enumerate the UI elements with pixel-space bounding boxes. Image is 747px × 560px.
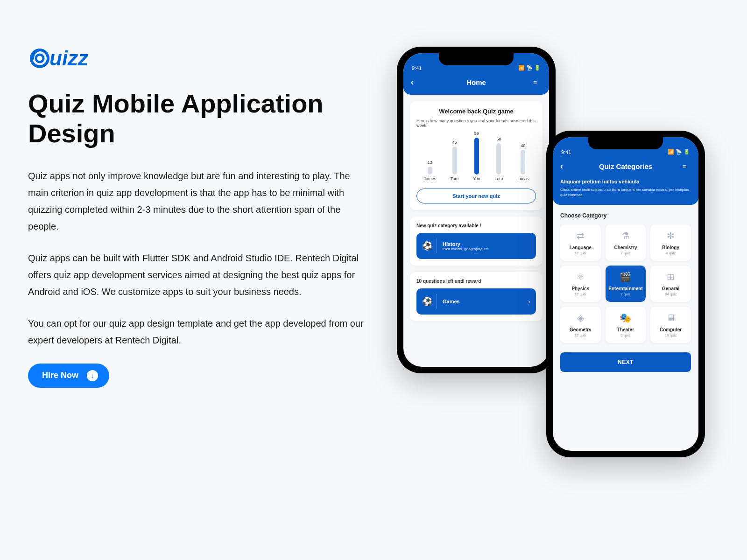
bar-label: Tom bbox=[451, 176, 458, 181]
category-icon: 🎬 bbox=[608, 271, 643, 282]
status-icons: 📶 📡 🔋 bbox=[518, 65, 541, 71]
category-icon: ⊞ bbox=[653, 271, 688, 282]
questions-bar-chart: 13 James 45 Tom 59 You 50 Lora 40 Lucas bbox=[416, 134, 536, 181]
category-icon: 🎭 bbox=[608, 312, 643, 323]
bar bbox=[474, 138, 479, 175]
status-icons: 📶 📡 🔋 bbox=[668, 149, 690, 155]
bar-value: 13 bbox=[428, 160, 432, 165]
back-icon[interactable]: ‹ bbox=[560, 161, 569, 171]
logo-text: uizz bbox=[49, 47, 88, 70]
arrow-down-icon: ↓ bbox=[87, 370, 98, 381]
app-header: ‹ Quiz Categories ≡ bbox=[553, 156, 698, 179]
category-icon: ⚗ bbox=[608, 230, 643, 241]
logo: uizz bbox=[28, 47, 364, 70]
history-title: History bbox=[443, 241, 489, 247]
header-description: Aliquam pretium luctus vehicula Class ap… bbox=[553, 179, 698, 205]
soccer-icon: ⚽ bbox=[422, 238, 437, 253]
bar bbox=[521, 150, 525, 175]
screen-title: Quiz Categories bbox=[569, 162, 683, 170]
category-name: Theater bbox=[608, 327, 643, 332]
category-tile[interactable]: ⇄ Language 12 quiz bbox=[560, 224, 601, 261]
category-tile[interactable]: 🎭 Theater 3 quiz bbox=[606, 307, 646, 343]
category-icon: ⚛ bbox=[563, 271, 598, 282]
bar-value: 59 bbox=[474, 131, 479, 136]
phone-mockup-categories: 9:41 📶 📡 🔋 ‹ Quiz Categories ≡ Aliquam p… bbox=[546, 131, 705, 457]
bar-label: James bbox=[424, 176, 437, 181]
category-count: 2 quiz bbox=[608, 292, 643, 296]
category-tile[interactable]: ⚗ Chemistry 7 quiz bbox=[606, 224, 646, 261]
category-icon: ◈ bbox=[563, 312, 598, 323]
welcome-card: Welcome back Quiz game Here's how many q… bbox=[410, 101, 543, 210]
category-grid: ⇄ Language 12 quiz ⚗ Chemistry 7 quiz ✻ … bbox=[553, 224, 698, 343]
category-count: 10 quiz bbox=[653, 333, 688, 337]
bar-item: 50 Lora bbox=[494, 137, 503, 181]
category-icon: ✻ bbox=[653, 230, 688, 241]
bar bbox=[428, 167, 432, 175]
games-category-row[interactable]: ⚽ Games › bbox=[416, 288, 536, 315]
category-count: 34 quiz bbox=[653, 292, 688, 296]
category-icon: 🖥 bbox=[653, 312, 688, 323]
paragraph-2: Quiz apps can be built with Flutter SDK … bbox=[28, 250, 364, 300]
category-tile[interactable]: ◈ Geometry 12 quiz bbox=[560, 307, 601, 343]
start-quiz-button[interactable]: Start your new quiz bbox=[416, 189, 536, 203]
bar bbox=[452, 147, 457, 175]
category-tile[interactable]: 🎬 Enterntainment 2 quiz bbox=[606, 266, 646, 302]
history-category-row[interactable]: ⚽ History Past events, geography, ect bbox=[416, 233, 536, 259]
category-name: Geometry bbox=[563, 327, 598, 332]
bar-item: 45 Tom bbox=[451, 140, 458, 181]
category-icon: ⇄ bbox=[563, 230, 598, 241]
new-category-label: New quiz category available ! bbox=[416, 223, 536, 228]
category-name: Computer bbox=[653, 327, 688, 332]
status-time: 9:41 bbox=[561, 149, 571, 155]
svg-point-1 bbox=[36, 55, 43, 62]
menu-icon[interactable]: ≡ bbox=[533, 79, 542, 86]
category-tile[interactable]: ⊞ Genaral 34 quiz bbox=[650, 266, 691, 302]
category-name: Enterntainment bbox=[608, 286, 643, 291]
category-count: 3 quiz bbox=[608, 333, 643, 337]
category-count: 7 quiz bbox=[608, 251, 643, 255]
bar-item: 59 You bbox=[473, 131, 480, 181]
bar-value: 45 bbox=[452, 140, 457, 145]
bar bbox=[496, 143, 501, 175]
games-title: Games bbox=[443, 299, 460, 304]
category-count: 4 quiz bbox=[653, 251, 688, 255]
menu-icon[interactable]: ≡ bbox=[683, 163, 691, 170]
hire-now-button[interactable]: Hire Now ↓ bbox=[28, 364, 109, 388]
app-header: ‹ Home ≡ bbox=[403, 72, 549, 95]
category-name: Chemistry bbox=[608, 245, 643, 250]
paragraph-3: You can opt for our quiz app design temp… bbox=[28, 315, 364, 349]
welcome-subtitle: Here's how many question s you and your … bbox=[416, 119, 536, 128]
reward-label: 10 questions left until reward bbox=[416, 279, 536, 284]
choose-category-label: Choose Category bbox=[560, 212, 691, 219]
next-button[interactable]: NEXT bbox=[560, 352, 691, 372]
category-tile[interactable]: 🖥 Computer 10 quiz bbox=[650, 307, 691, 343]
bar-label: Lora bbox=[494, 176, 503, 181]
category-count: 12 quiz bbox=[563, 292, 598, 296]
history-sub: Past events, geography, ect bbox=[443, 247, 489, 251]
logo-swirl-icon bbox=[28, 47, 51, 70]
header-sub-desc: Class aptent taciti sociosqu ad litora t… bbox=[560, 187, 691, 197]
category-name: Biology bbox=[653, 245, 688, 250]
soccer-icon: ⚽ bbox=[422, 294, 437, 309]
page-title: Quiz Mobile Application Design bbox=[28, 89, 364, 149]
new-category-card: New quiz category available ! ⚽ History … bbox=[410, 217, 543, 266]
category-name: Genaral bbox=[653, 286, 688, 291]
bar-label: Lucas bbox=[517, 176, 529, 181]
category-count: 12 quiz bbox=[563, 251, 598, 255]
back-icon[interactable]: ‹ bbox=[411, 77, 419, 87]
category-count: 12 quiz bbox=[563, 333, 598, 337]
category-name: Physics bbox=[563, 286, 598, 291]
paragraph-1: Quiz apps not only improve knowledge but… bbox=[28, 168, 364, 235]
bar-label: You bbox=[473, 176, 480, 181]
status-time: 9:41 bbox=[412, 65, 422, 71]
category-tile[interactable]: ✻ Biology 4 quiz bbox=[650, 224, 691, 261]
category-tile[interactable]: ⚛ Physics 12 quiz bbox=[560, 266, 601, 302]
bar-item: 13 James bbox=[424, 160, 437, 181]
phone-mockup-home: 9:41 📶 📡 🔋 ‹ Home ≡ Welcome back Quiz ga… bbox=[397, 47, 556, 373]
screen-title: Home bbox=[419, 78, 533, 86]
header-sub-title: Aliquam pretium luctus vehicula bbox=[560, 179, 691, 184]
phone-notch bbox=[439, 53, 514, 65]
reward-card: 10 questions left until reward ⚽ Games › bbox=[410, 272, 543, 321]
bar-item: 40 Lucas bbox=[517, 143, 529, 181]
welcome-title: Welcome back Quiz game bbox=[416, 108, 536, 115]
